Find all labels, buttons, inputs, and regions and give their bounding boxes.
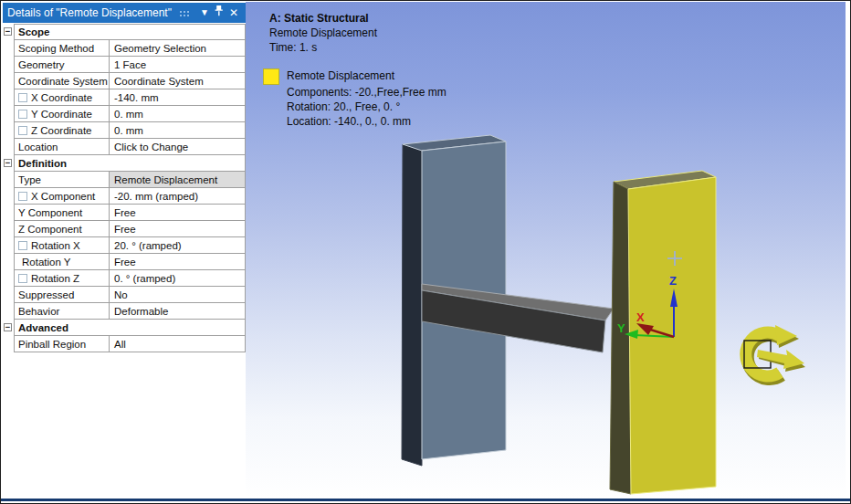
row-value[interactable]: Remote Displacement xyxy=(110,172,245,187)
row-value[interactable]: 0. mm xyxy=(110,106,245,121)
row-value[interactable]: Deformable xyxy=(110,303,245,319)
chevron-down-icon[interactable]: ▼ xyxy=(197,3,212,23)
row-gutter xyxy=(3,336,14,352)
row-label: Geometry xyxy=(15,57,110,72)
row-value[interactable]: 0. ° (ramped) xyxy=(110,270,245,286)
x-axis-label: X xyxy=(636,310,645,324)
collapse-minus-icon[interactable]: − xyxy=(4,27,12,36)
details-section-row: −Definition xyxy=(3,155,246,172)
details-row: Z ComponentFree xyxy=(3,221,246,237)
details-row: Z Coordinate0. mm xyxy=(3,122,246,139)
row-gutter xyxy=(3,237,14,254)
row-gutter xyxy=(3,221,14,237)
row-gutter xyxy=(3,106,14,122)
row-label-text: Z Coordinate xyxy=(31,125,91,136)
row-gutter xyxy=(3,303,14,320)
row-label-text: Suppressed xyxy=(18,289,74,300)
row-gutter xyxy=(3,57,14,73)
row-value[interactable]: No xyxy=(110,287,245,302)
details-row: Geometry1 Face xyxy=(3,57,246,73)
row-label: Pinball Region xyxy=(15,336,110,352)
details-row: X Coordinate-140. mm xyxy=(3,89,246,106)
collapse-minus-icon[interactable]: − xyxy=(4,323,12,331)
window-bottom-border xyxy=(1,499,850,501)
parameter-checkbox[interactable] xyxy=(18,192,27,201)
row-gutter xyxy=(3,205,14,221)
row-label-text: X Coordinate xyxy=(31,92,92,103)
details-row: Rotation YFree xyxy=(3,254,246,270)
row-value[interactable]: Free xyxy=(110,221,245,236)
details-row: TypeRemote Displacement xyxy=(3,172,246,188)
row-label-text: Rotation X xyxy=(31,240,80,251)
pin-icon[interactable] xyxy=(212,1,226,25)
row-label-text: Y Coordinate xyxy=(31,109,92,120)
row-label: Coordinate System xyxy=(15,73,110,89)
details-row: Coordinate SystemCoordinate System xyxy=(3,73,246,89)
remote-plate-side-face[interactable] xyxy=(610,182,631,494)
details-row: Pinball RegionAll xyxy=(3,336,246,352)
row-gutter xyxy=(3,188,14,205)
section-label: Scope xyxy=(15,25,245,39)
row-label: Y Component xyxy=(15,205,110,220)
parameter-checkbox[interactable] xyxy=(18,126,27,135)
panel-title: Details of "Remote Displacement" xyxy=(7,6,172,19)
parameter-checkbox[interactable] xyxy=(18,93,27,102)
row-value[interactable]: -140. mm xyxy=(110,89,245,105)
row-label: Scoping Method xyxy=(15,40,110,56)
row-label: Type xyxy=(15,172,110,187)
row-value[interactable]: 0. mm xyxy=(110,122,245,138)
row-label: Rotation Y xyxy=(15,254,110,269)
row-label: Z Coordinate xyxy=(15,122,110,138)
parameter-checkbox[interactable] xyxy=(18,110,27,119)
row-label: Y Coordinate xyxy=(15,106,110,121)
row-value[interactable]: 20. ° (ramped) xyxy=(110,237,245,253)
row-label-text: Z Component xyxy=(18,224,82,235)
row-value[interactable]: Free xyxy=(110,254,245,269)
section-label: Definition xyxy=(15,155,245,171)
row-label-text: Coordinate System xyxy=(18,76,108,87)
row-label-text: Type xyxy=(18,174,41,185)
row-gutter xyxy=(3,139,14,155)
row-gutter xyxy=(3,254,14,270)
row-value[interactable]: Click to Change xyxy=(110,139,245,154)
row-label-text: Location xyxy=(18,142,58,152)
drag-grip[interactable] xyxy=(179,10,191,18)
row-value[interactable]: -20. mm (ramped) xyxy=(110,188,245,204)
details-panel: Details of "Remote Displacement" ▼ ✕ −Sc… xyxy=(2,2,246,502)
parameter-checkbox[interactable] xyxy=(18,274,27,283)
row-gutter xyxy=(3,89,14,106)
rotation-symbol xyxy=(744,325,805,379)
row-label: Suppressed xyxy=(15,287,110,302)
row-label-text: X Component xyxy=(31,191,95,202)
row-label: Rotation Z xyxy=(15,270,110,286)
details-row: LocationClick to Change xyxy=(3,139,246,155)
details-row: Rotation Z0. ° (ramped) xyxy=(3,270,246,287)
row-value[interactable]: 1 Face xyxy=(110,57,245,72)
row-gutter xyxy=(3,122,14,139)
details-row: Rotation X20. ° (ramped) xyxy=(3,237,246,254)
details-row: Y ComponentFree xyxy=(3,205,246,221)
collapse-minus-icon[interactable]: − xyxy=(4,159,12,167)
row-label: Behavior xyxy=(15,303,110,319)
row-value[interactable]: Geometry Selection xyxy=(110,40,245,56)
z-axis-label: Z xyxy=(669,274,677,288)
row-value[interactable]: Free xyxy=(110,205,245,220)
details-row: SuppressedNo xyxy=(3,287,246,303)
row-label-text: Rotation Z xyxy=(31,273,79,284)
row-label-text: Y Component xyxy=(18,207,82,218)
details-row: Scoping MethodGeometry Selection xyxy=(3,40,246,57)
ansys-mechanical-window: Details of "Remote Displacement" ▼ ✕ −Sc… xyxy=(0,0,851,504)
details-row: X Component-20. mm (ramped) xyxy=(3,188,246,205)
row-gutter xyxy=(3,172,14,188)
y-axis-label: Y xyxy=(617,321,625,335)
row-gutter: − xyxy=(3,155,14,172)
row-value[interactable]: All xyxy=(110,336,245,352)
row-value[interactable]: Coordinate System xyxy=(110,73,245,89)
viewport-3d[interactable]: A: Static Structural Remote Displacement… xyxy=(246,2,846,499)
geometry-svg: Z Y X xyxy=(246,2,846,499)
support-plate-side-face[interactable] xyxy=(402,144,422,466)
panel-header[interactable]: Details of "Remote Displacement" ▼ ✕ xyxy=(3,3,246,23)
close-icon[interactable]: ✕ xyxy=(226,3,241,23)
parameter-checkbox[interactable] xyxy=(18,241,27,250)
row-gutter xyxy=(3,40,14,57)
